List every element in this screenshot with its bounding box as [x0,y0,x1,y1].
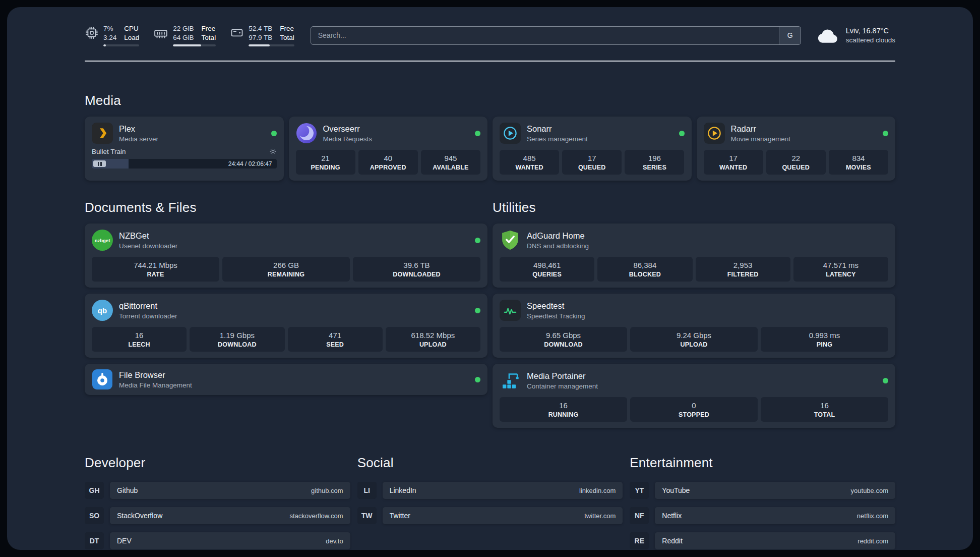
search-engine-button[interactable]: G [779,27,801,44]
stat-tile: 2,953FILTERED [696,257,790,282]
app-name: Overseerr [323,124,373,134]
ram-usage-bar [173,44,216,46]
section-entertainment: Entertainment YT YouTubeyoutube.com NF N… [630,455,895,550]
portainer-crane-icon [500,370,521,391]
stat-tile: 17WANTED [704,150,763,175]
stat-tile: 0.993 msPING [761,327,888,352]
disk-usage-bar [249,44,294,46]
app-desc: Series management [527,135,588,143]
stat-tile: 40APPROVED [358,150,418,175]
bookmark-name: LinkedIn [390,486,416,494]
stat-tile: 21PENDING [296,150,355,175]
section-developer: Developer GH Githubgithub.com SO StackOv… [85,455,350,550]
cpu-labels: CPULoad [124,24,139,42]
overseerr-card[interactable]: Overseerr Media Requests 21PENDING 40APP… [289,117,488,181]
sonarr-card[interactable]: Sonarr Series management 485WANTED 17QUE… [493,117,692,181]
cpu-chip-icon [85,26,99,40]
app-name: Speedtest [527,301,585,311]
overseerr-icon [296,123,317,144]
entertainment-heading: Entertainment [630,455,895,471]
bookmark-row-linkedin[interactable]: LI LinkedInlinkedin.com [357,482,623,499]
bookmark-row-netflix[interactable]: NF Netflixnetflix.com [630,507,895,524]
plex-card[interactable]: Plex Media server Bullet Train [85,117,284,181]
stat-tile: 16RUNNING [500,397,627,422]
status-dot [475,377,480,382]
stat-tile: 1.19 GbpsDOWNLOAD [190,327,284,352]
playback-progress-bar[interactable]: 24:44 / 02:06:47 [92,159,277,169]
stat-tile: 9.65 GbpsDOWNLOAD [500,327,627,352]
cpu-usage-bar [103,44,139,46]
speedtest-card[interactable]: Speedtest Speedtest Tracking 9.65 GbpsDO… [493,294,895,358]
app-name: Sonarr [527,124,588,134]
stat-tile: 618.52 MbpsUPLOAD [386,327,480,352]
playback-time: 24:44 / 02:06:47 [228,160,272,168]
filebrowser-icon [92,369,113,390]
radarr-icon [704,123,725,144]
bookmark-name: YouTube [662,486,690,494]
app-name: AdGuard Home [527,231,589,241]
stat-tile: 744.21 MbpsRATE [92,257,219,282]
bookmark-row-twitter[interactable]: TW Twittertwitter.com [357,507,623,524]
bookmark-abbr: GH [85,482,104,499]
status-dot [883,131,888,136]
app-name: Media Portainer [527,371,598,381]
stat-tile: 47.571 msLATENCY [793,257,888,282]
topbar: 7%3.24 CPULoad 22 GiB64 GiB [85,24,895,46]
nzbget-card[interactable]: nzbget NZBGet Usenet downloader 744.21 M… [85,224,487,288]
app-desc: Usenet downloader [119,242,177,250]
bookmark-abbr: YT [630,482,649,499]
app-desc: DNS and adblocking [527,242,589,250]
stat-tile: 945AVAILABLE [421,150,480,175]
search-input[interactable] [311,27,779,44]
bookmark-url: github.com [311,487,343,494]
adguard-shield-icon [500,230,521,251]
search-bar: G [311,26,801,45]
section-documents: Documents & Files nzbget NZBGet Usenet d… [85,200,487,395]
bookmark-abbr: SO [85,507,104,524]
media-heading: Media [85,93,895,108]
adguard-card[interactable]: AdGuard Home DNS and adblocking 498,461Q… [493,224,895,288]
plex-icon [92,123,113,144]
radarr-card[interactable]: Radarr Movie management 17WANTED 22QUEUE… [697,117,896,181]
qbittorrent-card[interactable]: qb qBittorrent Torrent downloader 16LEEC… [85,294,487,358]
weather-condition: scattered clouds [846,36,895,44]
section-social: Social LI LinkedInlinkedin.com TW Twitte… [357,455,623,550]
social-heading: Social [357,455,623,471]
bookmark-url: dev.to [326,537,343,545]
stat-tile: 196SERIES [625,150,684,175]
pause-button[interactable] [93,160,106,167]
status-dot [475,238,480,243]
bookmark-url: stackoverflow.com [289,512,343,520]
stat-tile: 9.24 GbpsUPLOAD [630,327,758,352]
bookmark-name: Reddit [662,537,682,545]
stat-tile: 17QUEUED [562,150,622,175]
bookmark-url: netflix.com [857,512,888,520]
portainer-card[interactable]: Media Portainer Container management 16R… [493,364,895,428]
stat-tile: 0STOPPED [630,397,758,422]
bookmark-row-github[interactable]: GH Githubgithub.com [85,482,350,499]
settings-gear-icon[interactable] [269,148,277,155]
bookmark-row-stackoverflow[interactable]: SO StackOverflowstackoverflow.com [85,507,350,524]
hard-drive-icon [230,26,244,40]
now-playing-widget: Bullet Train 24:44 / 02:06:47 [92,148,277,169]
bookmark-url: twitter.com [584,512,616,520]
filebrowser-card[interactable]: File Browser Media File Management [85,364,487,395]
topbar-divider [85,61,895,62]
disk-values: 52.4 TB97.9 TB [249,24,272,42]
status-dot [883,378,888,383]
app-name: Radarr [731,124,791,134]
status-dot [271,131,277,136]
cloud-icon [816,27,839,44]
bookmark-row-reddit[interactable]: RE Redditreddit.com [630,532,895,549]
app-desc: Speedtest Tracking [527,312,585,320]
weather-location: Lviv, 16.87°C [846,27,895,35]
bookmark-url: linkedin.com [579,487,616,494]
app-desc: Container management [527,382,598,390]
bookmark-row-dev[interactable]: DT DEVdev.to [85,532,350,549]
cpu-widget: 7%3.24 CPULoad [85,24,139,46]
stat-tile: 266 GBREMAINING [222,257,350,282]
ram-memory-icon [153,26,168,41]
stat-tile: 16TOTAL [761,397,888,422]
bookmark-row-youtube[interactable]: YT YouTubeyoutube.com [630,482,895,499]
ram-values: 22 GiB64 GiB [173,24,194,42]
